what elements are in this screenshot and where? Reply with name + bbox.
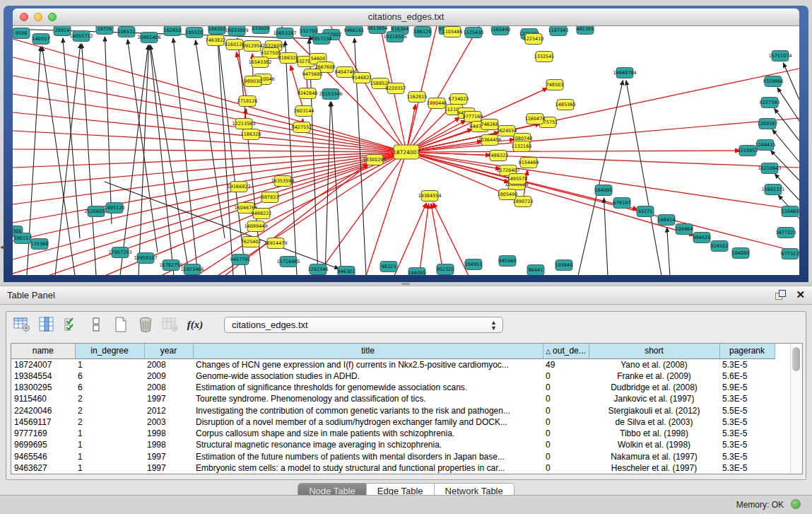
graph-node[interactable]: 20891406 <box>137 33 160 43</box>
graph-node[interactable]: 19218506 <box>383 32 406 42</box>
graph-node[interactable]: 1165490 <box>490 26 511 35</box>
graph-node[interactable]: 11923466 <box>180 264 204 275</box>
graph-node[interactable]: 481305 <box>577 26 594 35</box>
graph-edge[interactable] <box>406 152 500 169</box>
splitter-grip[interactable] <box>401 283 410 285</box>
graph-edge[interactable] <box>13 149 406 152</box>
graph-node[interactable]: 1132160 <box>512 141 532 152</box>
graph-node[interactable]: 1292346 <box>308 264 329 275</box>
graph-node[interactable]: 3215953 <box>738 146 758 156</box>
graph-node[interactable]: 14099449 <box>244 221 267 232</box>
table-settings-icon[interactable] <box>13 316 30 333</box>
graph-node[interactable]: 1197343 <box>548 26 569 36</box>
column-header-title[interactable]: title <box>193 344 543 358</box>
graph-node[interactable]: 7857234 <box>312 34 332 45</box>
graph-node[interactable]: 9475685 <box>302 69 323 80</box>
graph-node[interactable]: 677323 <box>782 249 799 259</box>
graph-node[interactable]: 1332541 <box>534 52 555 62</box>
graph-node[interactable]: 115368 <box>31 239 49 250</box>
graph-node[interactable]: 86441 <box>527 265 544 276</box>
column-header-pagerank[interactable]: pagerank <box>719 344 775 358</box>
graph-node[interactable]: 9506 <box>13 28 30 39</box>
graph-node[interactable]: 16353594 <box>271 176 294 187</box>
graph-node[interactable]: 1805490 <box>498 189 518 200</box>
graph-node[interactable]: 168414 <box>658 215 676 226</box>
table-row[interactable]: 946362711997Embryonic stem cells: a mode… <box>11 462 775 474</box>
graph-edge[interactable] <box>578 81 623 275</box>
zoom-window-button[interactable] <box>48 13 57 21</box>
graph-node[interactable]: 989030 <box>245 76 262 87</box>
graph-edge[interactable] <box>419 204 429 275</box>
panel-collapse-arrow-icon[interactable]: ◀ <box>0 245 4 250</box>
graph-node[interactable]: 10958107 <box>134 253 157 264</box>
table-row[interactable]: 1830029562008Estimation of significance … <box>11 382 775 393</box>
graph-node[interactable]: 8427552 <box>292 122 312 133</box>
graph-node[interactable]: 9498222 <box>252 209 272 219</box>
graph-node[interactable]: 1160474 <box>525 114 546 124</box>
graph-node[interactable]: 9146821 <box>352 73 372 83</box>
graph-edge[interactable] <box>173 38 198 275</box>
graph-node[interactable]: 12213563 <box>232 119 255 129</box>
graph-edge[interactable] <box>13 152 406 259</box>
graph-node[interactable]: 19166827 <box>227 182 250 192</box>
table-row[interactable]: 2242004622012Investigating the contribut… <box>11 404 775 416</box>
table-row[interactable]: 946554611997Estimation of the future num… <box>11 450 775 462</box>
column-header-out_degree[interactable]: △out_de... <box>543 344 589 358</box>
graph-node[interactable]: 945040 <box>499 256 517 267</box>
graph-node[interactable]: 162650 <box>164 26 182 36</box>
graph-node[interactable]: 846301 <box>338 267 355 276</box>
graph-node[interactable]: 9227343 <box>760 98 780 108</box>
table-row[interactable]: 1456911722003Disruption of a novel membe… <box>11 416 775 428</box>
minimize-window-button[interactable] <box>34 13 42 21</box>
graph-node[interactable]: 8220357 <box>386 83 406 94</box>
graph-node[interactable]: 16033809 <box>225 26 248 36</box>
graph-node[interactable]: 1495578 <box>507 174 528 185</box>
table-vertical-scrollbar[interactable] <box>790 344 802 474</box>
graph-edge[interactable] <box>667 228 670 275</box>
column-header-name[interactable]: name <box>11 344 75 358</box>
graph-edge[interactable] <box>13 152 406 223</box>
graph-node[interactable]: 18300295 <box>363 155 386 165</box>
graph-node[interactable]: 924502 <box>711 241 729 252</box>
graph-node[interactable]: 19384554 <box>418 191 441 201</box>
function-icon[interactable]: f(x) <box>187 316 204 333</box>
graph-edge[interactable] <box>128 40 158 252</box>
table-column-icon[interactable] <box>38 316 55 333</box>
memory-status-indicator[interactable] <box>791 499 801 509</box>
graph-edge[interactable] <box>366 152 406 275</box>
graph-node[interactable]: 110465 <box>782 206 799 217</box>
graph-node[interactable]: 16543382 <box>248 57 271 68</box>
graph-node[interactable]: 1186328 <box>241 129 261 140</box>
float-panel-icon[interactable] <box>775 289 786 300</box>
scrollbar-thumb[interactable] <box>792 347 800 371</box>
graph-node[interactable]: 109464 <box>676 224 693 235</box>
row-cells-icon[interactable] <box>88 316 105 333</box>
graph-node[interactable]: 14055712 <box>69 31 93 42</box>
graph-node[interactable]: 1485360 <box>555 100 576 110</box>
graph-node[interactable]: 9329966 <box>763 76 784 87</box>
graph-node[interactable]: 98323 <box>380 262 397 272</box>
table-row[interactable]: 1938455462009Genome-wide association stu… <box>11 370 775 382</box>
graph-node[interactable]: 20153346 <box>319 89 342 100</box>
graph-edge[interactable] <box>626 81 661 275</box>
column-header-in_degree[interactable]: in_degree <box>75 344 144 358</box>
graph-node[interactable]: 19726 <box>96 26 113 35</box>
network-window-titlebar[interactable]: citations_edges.txt <box>13 8 799 26</box>
graph-node[interactable]: 18724007 <box>393 145 420 159</box>
column-header-short[interactable]: short <box>589 344 719 358</box>
graph-node[interactable]: 1995120 <box>105 203 125 214</box>
graph-node[interactable]: 195520 <box>186 28 204 38</box>
graph-node[interactable]: 104350 <box>208 26 226 35</box>
graph-node[interactable]: 140557 <box>33 34 50 45</box>
graph-node[interactable]: 984520 <box>693 233 711 243</box>
graph-node[interactable]: 15692371 <box>761 185 784 195</box>
graph-edge[interactable] <box>406 151 740 152</box>
graph-node[interactable]: 16914479 <box>264 238 287 249</box>
graph-node[interactable]: 679197 <box>613 198 631 209</box>
graph-node[interactable]: 2603144 <box>294 106 314 117</box>
graph-node[interactable]: 9154469 <box>519 158 539 168</box>
close-window-button[interactable] <box>20 13 28 21</box>
graph-node[interactable]: 1105486 <box>442 27 463 37</box>
graph-node[interactable]: 1125430 <box>464 28 484 38</box>
table-row[interactable]: 977716911998Corpus callosum shape and si… <box>11 428 775 439</box>
